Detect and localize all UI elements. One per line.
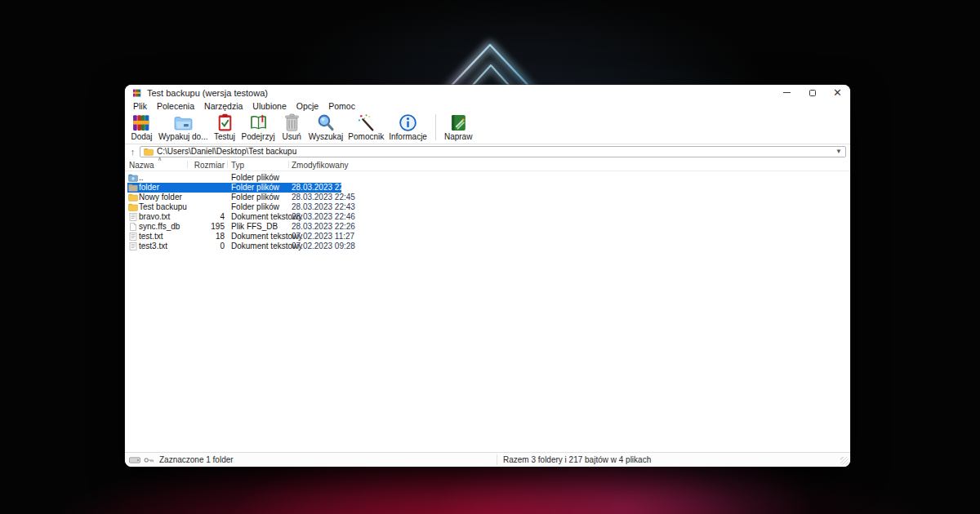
winrar-window: Test backupu (wersja testowa) ✕ PlikPole… [125,85,850,467]
file-type: Folder plików [231,183,279,193]
file-modified: 28.03.2023 22:43 [292,202,355,212]
file-list: ..Folder plikówfolderFolder plików28.03.… [125,171,850,452]
file-row-sync-ffs-db[interactable]: sync.ffs_db195Plik FFS_DB28.03.2023 22:2… [125,222,850,232]
view-button[interactable]: Podejrzyj [239,113,278,141]
status-divider [497,454,497,465]
text-file-icon [128,242,138,250]
extract-to-button[interactable]: Wypakuj do... [156,113,211,141]
file-name: Nowy folder [139,193,182,202]
search-button[interactable]: Wyszukaj [306,113,346,141]
info-button[interactable]: Informacje [386,113,430,141]
file-type: Plik FFS_DB [231,222,278,232]
file-size: 4 [172,212,225,222]
totals-status-text: Razem 3 foldery i 217 bajtów w 4 plikach [503,453,651,467]
file-row--[interactable]: ..Folder plików [125,173,850,183]
file-row-bravo-txt[interactable]: bravo.txt4Dokument tekstowy28.03.2023 22… [125,212,850,222]
add-button[interactable]: Dodaj [127,113,156,141]
menu-item-ulubione[interactable]: Ulubione [247,101,291,111]
window-title: Test backupu (wersja testowa) [147,88,268,98]
delete-button[interactable]: Usuń [278,113,306,141]
repair-button[interactable]: Napraw [442,113,474,141]
file-name: test3.txt [139,241,167,251]
chevron-down-icon[interactable]: ▼ [835,148,842,155]
file-row-test3-txt[interactable]: test3.txt0Dokument tekstowy07.02.2023 09… [125,241,850,251]
column-header-type[interactable]: Typ [231,161,244,170]
status-icons [129,457,154,463]
toolbar-button-label: Testuj [214,132,235,141]
toolbar-button-label: Informacje [389,132,427,141]
toolbar-button-label: Usuń [282,132,301,141]
file-row-test-txt[interactable]: test.txt18Dokument tekstowy07.02.2023 11… [125,232,850,241]
close-icon: ✕ [833,87,842,98]
toolbar-button-label: Napraw [444,132,472,141]
trash-icon [282,113,302,133]
file-name: folder [139,183,159,193]
column-header-modified[interactable]: Zmodyfikowany [292,161,348,170]
folder-icon [128,193,138,202]
file-name: test.txt [139,232,163,241]
file-name: bravo.txt [139,212,170,222]
repair-book-icon [448,113,469,133]
file-type: Folder plików [231,173,279,183]
key-icon[interactable] [144,457,154,463]
text-file-icon [128,213,138,221]
title-bar[interactable]: Test backupu (wersja testowa) ✕ [125,85,850,100]
file-row-Test-backupu[interactable]: Test backupuFolder plików28.03.2023 22:4… [125,202,850,212]
folder-icon [128,203,138,211]
toolbar-button-label: Pomocnik [348,132,384,141]
toolbar-separator [435,114,436,140]
menu-item-plik[interactable]: Plik [128,101,152,111]
folder-icon [144,148,154,156]
file-modified: 28.03.2023 22:26 [292,222,355,232]
toolbar-button-label: Wypakuj do... [158,132,208,141]
address-row: ↑ C:\Users\Daniel\Desktop\Test backupu ▼ [125,144,850,158]
text-file-icon [128,233,138,241]
magnifier-icon [315,113,336,133]
open-book-icon [248,113,269,133]
toolbar-button-label: Podejrzyj [242,132,275,141]
address-path: C:\Users\Daniel\Desktop\Test backupu [157,147,296,156]
column-divider[interactable] [288,161,289,168]
up-directory-button[interactable]: ↑ [126,146,140,157]
test-clipboard-icon [215,113,235,133]
maximize-button[interactable] [800,85,825,100]
menu-item-narzedzia[interactable]: Narzędzia [199,101,247,111]
file-size: 195 [172,222,225,232]
toolbar-button-label: Wyszukaj [309,132,344,141]
file-row-folder[interactable]: folderFolder plików28.03.2023 22:43 [125,183,850,193]
file-name: .. [139,173,144,183]
file-modified: 28.03.2023 22:43 [292,183,355,193]
file-modified: 28.03.2023 22:46 [292,212,355,222]
disk-drive-icon[interactable] [129,457,140,463]
file-size: 0 [172,241,225,251]
folder-icon [128,184,138,192]
column-header-name[interactable]: Nazwa [129,161,154,170]
address-combobox[interactable]: C:\Users\Daniel\Desktop\Test backupu ▼ [140,146,846,157]
app-winrar-icon [132,88,142,98]
selection-status-text: Zaznaczone 1 folder [159,455,234,464]
status-bar: Zaznaczone 1 folder Razem 3 foldery i 21… [125,452,850,467]
file-modified: 07.02.2023 11:27 [292,232,354,241]
file-modified: 28.03.2023 22:45 [292,193,355,202]
file-size: 18 [172,232,225,241]
window-controls: ✕ [774,85,850,100]
folder-up-icon [128,174,138,182]
column-header-size[interactable]: Rozmiar [172,161,225,170]
minimize-button[interactable] [774,85,800,100]
menu-item-pomoc[interactable]: Pomoc [323,101,360,111]
test-button[interactable]: Testuj [211,113,239,141]
menu-item-polecenia[interactable]: Polecenia [152,101,199,111]
sort-ascending-icon: ∧ [158,156,162,162]
minimize-icon [783,92,791,93]
file-row-Nowy-folder[interactable]: Nowy folderFolder plików28.03.2023 22:45 [125,193,850,202]
column-divider[interactable] [227,161,228,168]
menu-item-opcje[interactable]: Opcje [292,101,323,111]
menu-bar: PlikPoleceniaNarzędziaUlubioneOpcjePomoc [125,100,850,111]
winrar-books-icon [131,113,152,133]
desktop-background: Test backupu (wersja testowa) ✕ PlikPole… [0,0,980,514]
resize-grip[interactable] [840,457,849,465]
close-button[interactable]: ✕ [825,85,850,100]
magic-wand-icon [356,113,376,133]
maximize-icon [809,90,816,96]
wizard-button[interactable]: Pomocnik [345,113,386,141]
